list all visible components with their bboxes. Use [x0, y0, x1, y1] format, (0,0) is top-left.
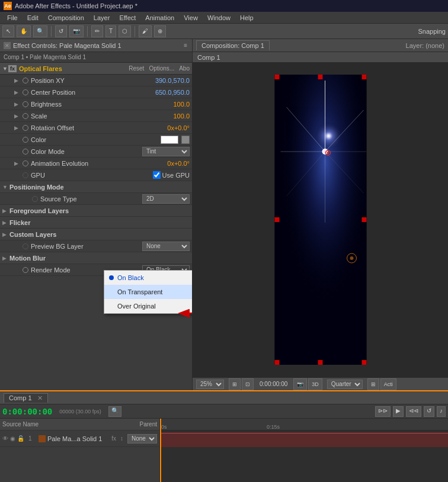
- menu-animation[interactable]: Animation: [140, 13, 179, 23]
- stopwatch-position-xy[interactable]: [21, 76, 30, 85]
- toolbar-shape[interactable]: ⬡: [119, 25, 131, 37]
- handle-bottom-right[interactable]: [361, 360, 366, 365]
- layer-switch-icon[interactable]: ↕: [120, 435, 123, 442]
- prop-toggle: ▶: [14, 78, 21, 83]
- motion-blur-section[interactable]: ▶ Motion Blur: [0, 252, 192, 264]
- ruler: 0s 0:15s: [160, 419, 448, 430]
- source-type-dropdown[interactable]: 2D: [142, 194, 190, 204]
- menu-window[interactable]: Window: [203, 13, 235, 23]
- toolbar-arrow[interactable]: ↖: [2, 25, 14, 37]
- handle-top-left[interactable]: [274, 75, 279, 79]
- 3d-btn[interactable]: 3D: [308, 378, 322, 390]
- layer-parent-dropdown[interactable]: None: [127, 434, 157, 444]
- toolbar-pen[interactable]: ✏: [91, 25, 103, 37]
- comp-tab[interactable]: Composition: Comp 1: [196, 40, 270, 50]
- toolbar-hand[interactable]: ✋: [17, 25, 31, 37]
- tl-next-frame[interactable]: ⊲⊲: [406, 406, 421, 417]
- prop-scale[interactable]: ▶ Scale 100.0: [0, 110, 192, 122]
- toolbar-text[interactable]: T: [105, 25, 116, 37]
- close-button[interactable]: ✕: [4, 42, 11, 49]
- layer-solo-icon[interactable]: ◉: [10, 435, 15, 442]
- menu-help[interactable]: Help: [235, 13, 258, 23]
- prop-color[interactable]: Color: [0, 134, 192, 146]
- menu-view[interactable]: View: [179, 13, 203, 23]
- effect-controls-panel: ✕ Effect Controls: Pale Magenta Solid 1 …: [0, 39, 193, 390]
- handle-top-right[interactable]: [361, 75, 366, 79]
- safe-zones-btn[interactable]: ⊡: [242, 378, 254, 390]
- stopwatch-center-pos[interactable]: [21, 88, 30, 97]
- timeline-tab[interactable]: Comp 1 ✕: [4, 393, 48, 403]
- stopwatch-rotation[interactable]: [21, 124, 30, 132]
- layer-eye-icon[interactable]: 👁: [2, 435, 8, 442]
- zoom-dropdown[interactable]: 25%: [196, 380, 224, 389]
- stopwatch-brightness[interactable]: [21, 100, 30, 108]
- prop-rotation-offset[interactable]: ▶ Rotation Offset 0x+0.0°: [0, 122, 192, 134]
- prop-preview-bg[interactable]: Preview BG Layer None: [0, 240, 192, 252]
- preview-bg-dropdown[interactable]: None: [142, 242, 190, 251]
- stopwatch-scale[interactable]: [21, 112, 30, 120]
- grid-btn[interactable]: ⊞: [367, 378, 379, 390]
- handle-mid-top[interactable]: [318, 75, 323, 79]
- positioning-mode-section[interactable]: ▼ Positioning Mode: [0, 181, 192, 193]
- flicker-section[interactable]: ▶ Flicker: [0, 217, 192, 229]
- toolbar-paint[interactable]: 🖌: [139, 25, 152, 37]
- menu-edit[interactable]: Edit: [23, 13, 43, 23]
- menu-composition[interactable]: Composition: [43, 13, 89, 23]
- on-transparent-label: On Transparent: [117, 288, 162, 295]
- quality-dropdown[interactable]: Quarter: [327, 380, 363, 389]
- custom-layers-section[interactable]: ▶ Custom Layers: [0, 229, 192, 240]
- abo-label[interactable]: Abo: [179, 65, 190, 72]
- prop-gpu[interactable]: GPU Use GPU: [0, 169, 192, 181]
- comp-viewport[interactable]: [193, 63, 448, 377]
- tl-search-btn[interactable]: 🔍: [108, 406, 121, 417]
- tl-audio-btn[interactable]: ♪: [437, 406, 446, 417]
- tl-play-btn[interactable]: ▶: [393, 406, 404, 417]
- prop-animation-evolution[interactable]: ▶ Animation Evolution 0x+0.0°: [0, 158, 192, 169]
- options-label[interactable]: Options...: [149, 65, 174, 72]
- handle-mid-right[interactable]: [361, 217, 366, 222]
- menu-effect[interactable]: Effect: [114, 13, 140, 23]
- color-picker-small[interactable]: [181, 136, 190, 144]
- stopwatch-color-mode[interactable]: [21, 147, 30, 156]
- prop-toggle: ▶: [14, 101, 21, 107]
- timeline: Comp 1 ✕ 0:00:00:00 00000 (30.00 fps) 🔍 …: [0, 390, 448, 482]
- menu-file[interactable]: File: [2, 13, 23, 23]
- foreground-layers-section[interactable]: ▶ Foreground Layers: [0, 205, 192, 217]
- prop-color-mode[interactable]: Color Mode Tint: [0, 146, 192, 158]
- track-bar-1[interactable]: [160, 433, 448, 447]
- menu-layer[interactable]: Layer: [89, 13, 115, 23]
- prop-position-xy[interactable]: ▶ Position XY 390.0,570.0: [0, 75, 192, 86]
- handle-mid-bottom[interactable]: [318, 360, 323, 365]
- tl-prev-frame[interactable]: ⊳⊳: [375, 406, 391, 417]
- dropdown-on-black[interactable]: On Black: [104, 271, 192, 285]
- dropdown-on-transparent[interactable]: On Transparent: [104, 285, 192, 299]
- handle-mid-left[interactable]: [274, 217, 279, 222]
- color-swatch[interactable]: [161, 136, 178, 144]
- stopwatch-anim-evo[interactable]: [21, 159, 30, 168]
- optical-flares-header[interactable]: ▼ fx Optical Flares Reset Options... Abo: [0, 63, 192, 75]
- prop-brightness[interactable]: ▶ Brightness 100.0: [0, 98, 192, 110]
- preview-btn[interactable]: ⊞: [229, 378, 241, 390]
- layer-lock-icon[interactable]: 🔓: [17, 435, 24, 442]
- color-mode-dropdown[interactable]: Tint: [142, 147, 190, 156]
- stopwatch-render-mode[interactable]: [21, 266, 30, 274]
- reset-label[interactable]: Reset: [129, 65, 144, 72]
- layer-row-1[interactable]: 👁 ◉ 🔓 1 Pale Ma...a Solid 1 fx ↕ None: [0, 430, 159, 447]
- toolbar-rotate[interactable]: ↺: [55, 25, 67, 37]
- toolbar-zoom[interactable]: 🔍: [33, 25, 47, 37]
- tl-loop-btn[interactable]: ↺: [424, 406, 434, 417]
- toolbar-clone[interactable]: ⊕: [154, 25, 166, 37]
- time-code[interactable]: 0:00:00:00: [260, 381, 287, 387]
- toolbar-camera[interactable]: 📷: [69, 25, 84, 37]
- dropdown-over-original[interactable]: Over Original: [104, 299, 192, 313]
- handle-bottom-left[interactable]: [274, 360, 279, 365]
- panel-menu-icon[interactable]: ≡: [183, 41, 188, 49]
- prop-center-position[interactable]: ▶ Center Position 650.0,950.0: [0, 86, 192, 98]
- prop-toggle: ▶: [14, 125, 21, 131]
- stopwatch-color[interactable]: [21, 136, 30, 144]
- camera-btn[interactable]: 📷: [293, 378, 307, 390]
- prop-source-type[interactable]: Source Type 2D: [0, 193, 192, 205]
- active-cam-btn[interactable]: Acti: [380, 378, 396, 390]
- time-display[interactable]: 0:00:00:00: [2, 407, 52, 416]
- gpu-checkbox[interactable]: [153, 171, 161, 179]
